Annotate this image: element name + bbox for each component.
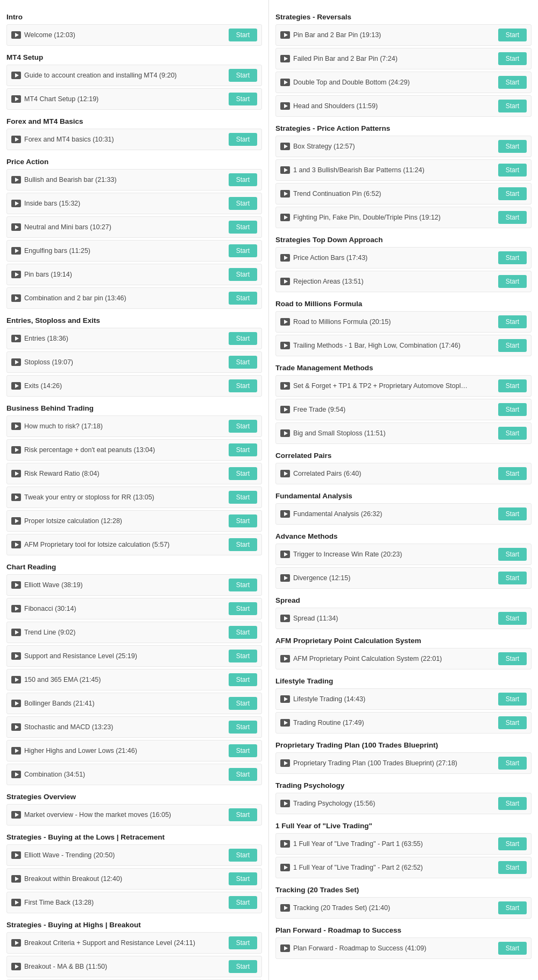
start-button[interactable]: Start	[229, 849, 257, 862]
lesson-row: Big and Small Stoploss (11:51)Start	[275, 422, 532, 444]
start-button[interactable]: Start	[229, 491, 257, 504]
start-button[interactable]: Start	[498, 716, 527, 729]
start-button[interactable]: Start	[229, 292, 257, 305]
start-button[interactable]: Start	[229, 133, 257, 146]
section-header-strategies-buying-highs: Strategies - Buying at Highs | Breakout	[6, 915, 262, 932]
start-button[interactable]: Start	[229, 896, 257, 909]
start-button[interactable]: Start	[498, 797, 527, 810]
start-button[interactable]: Start	[498, 164, 527, 177]
section-header-forex-mt4-basics: Forex and MT4 Basics	[6, 112, 262, 129]
play-icon	[280, 551, 290, 558]
play-icon	[280, 510, 290, 518]
start-button[interactable]: Start	[498, 315, 527, 328]
start-button[interactable]: Start	[229, 626, 257, 639]
play-icon	[11, 72, 21, 79]
lesson-label: Breakout - MA & BB (11:50)	[11, 963, 229, 970]
start-button[interactable]: Start	[229, 673, 257, 686]
lesson-title: Stoploss (19:07)	[24, 358, 73, 366]
start-button[interactable]: Start	[229, 808, 257, 821]
start-button[interactable]: Start	[498, 572, 527, 584]
start-button[interactable]: Start	[498, 52, 527, 65]
start-button[interactable]: Start	[498, 187, 527, 200]
start-button[interactable]: Start	[229, 332, 257, 345]
lesson-row: Combination and 2 bar pin (13:46)Start	[6, 287, 262, 309]
start-button[interactable]: Start	[498, 427, 527, 440]
play-icon	[11, 176, 21, 184]
start-button[interactable]: Start	[498, 29, 527, 41]
lesson-label: Divergence (12:15)	[280, 574, 498, 582]
lesson-title: 150 and 365 EMA (21:45)	[24, 676, 101, 683]
play-icon	[11, 271, 21, 278]
play-icon	[280, 840, 290, 848]
start-button[interactable]: Start	[229, 29, 257, 41]
play-icon	[11, 723, 21, 731]
start-button[interactable]: Start	[498, 379, 527, 392]
start-button[interactable]: Start	[229, 221, 257, 234]
lesson-title: Welcome (12:03)	[24, 31, 75, 39]
start-button[interactable]: Start	[498, 100, 527, 112]
start-button[interactable]: Start	[229, 697, 257, 710]
lesson-title: Fibonacci (30:14)	[24, 605, 76, 612]
lesson-row: Box Strategy (12:57)Start	[275, 136, 532, 157]
start-button[interactable]: Start	[229, 356, 257, 369]
start-button[interactable]: Start	[498, 339, 527, 352]
start-button[interactable]: Start	[498, 612, 527, 625]
start-button[interactable]: Start	[229, 936, 257, 949]
start-button[interactable]: Start	[229, 538, 257, 551]
lesson-row: Correlated Pairs (6:40)Start	[275, 463, 532, 484]
lesson-title: 1 and 3 Bullish/Bearish Bar Patterns (11…	[293, 166, 424, 174]
start-button[interactable]: Start	[498, 403, 527, 416]
section-header-fundamental-analysis: Fundamental Analysis	[275, 487, 532, 503]
start-button[interactable]: Start	[498, 548, 527, 561]
start-button[interactable]: Start	[498, 507, 527, 520]
lesson-row: Fighting Pin, Fake Pin, Double/Triple Pi…	[275, 207, 532, 228]
start-button[interactable]: Start	[229, 93, 257, 105]
lesson-row: First Time Back (13:28)Start	[6, 892, 262, 913]
start-button[interactable]: Start	[498, 211, 527, 224]
start-button[interactable]: Start	[229, 268, 257, 281]
start-button[interactable]: Start	[229, 768, 257, 781]
start-button[interactable]: Start	[498, 467, 527, 480]
start-button[interactable]: Start	[229, 244, 257, 257]
lesson-row: Support and Resistance Level (25:19)Star…	[6, 645, 262, 667]
section-header-tracking: Tracking (20 Trades Set)	[275, 880, 532, 897]
play-icon	[280, 574, 290, 582]
start-button[interactable]: Start	[229, 744, 257, 757]
start-button[interactable]: Start	[229, 872, 257, 885]
start-button[interactable]: Start	[229, 420, 257, 433]
start-button[interactable]: Start	[229, 579, 257, 591]
start-button[interactable]: Start	[229, 721, 257, 734]
start-button[interactable]: Start	[498, 76, 527, 89]
start-button[interactable]: Start	[229, 197, 257, 210]
start-button[interactable]: Start	[498, 251, 527, 264]
start-button[interactable]: Start	[498, 901, 527, 914]
start-button[interactable]: Start	[498, 693, 527, 706]
start-button[interactable]: Start	[229, 173, 257, 186]
lesson-label: Failed Pin Bar and 2 Bar Pin (7:24)	[280, 55, 498, 62]
lesson-row: Exits (14:26)Start	[6, 375, 262, 397]
play-icon	[11, 223, 21, 231]
start-button[interactable]: Start	[229, 443, 257, 456]
play-icon	[280, 278, 290, 285]
start-button[interactable]: Start	[229, 69, 257, 82]
start-button[interactable]: Start	[498, 837, 527, 850]
lesson-title: Tracking (20 Trades Set) (21:40)	[293, 904, 390, 912]
start-button[interactable]: Start	[229, 514, 257, 527]
lesson-row: Breakout - MA & BB (11:50)Start	[6, 956, 262, 977]
lesson-row: Proprietary Trading Plan (100 Trades Blu…	[275, 752, 532, 774]
start-button[interactable]: Start	[229, 602, 257, 615]
start-button[interactable]: Start	[229, 960, 257, 973]
lesson-title: Trend Line (9:02)	[24, 629, 75, 636]
lesson-row: Set & Forget + TP1 & TP2 + Proprietary A…	[275, 375, 532, 397]
start-button[interactable]: Start	[229, 379, 257, 392]
start-button[interactable]: Start	[498, 140, 527, 153]
start-button[interactable]: Start	[498, 275, 527, 288]
lesson-title: Fighting Pin, Fake Pin, Double/Triple Pi…	[293, 214, 441, 221]
start-button[interactable]: Start	[498, 942, 527, 955]
lesson-label: Trend Continuation Pin (6:52)	[280, 190, 498, 198]
start-button[interactable]: Start	[498, 861, 527, 874]
start-button[interactable]: Start	[498, 652, 527, 665]
start-button[interactable]: Start	[229, 650, 257, 662]
start-button[interactable]: Start	[498, 757, 527, 770]
start-button[interactable]: Start	[229, 467, 257, 480]
